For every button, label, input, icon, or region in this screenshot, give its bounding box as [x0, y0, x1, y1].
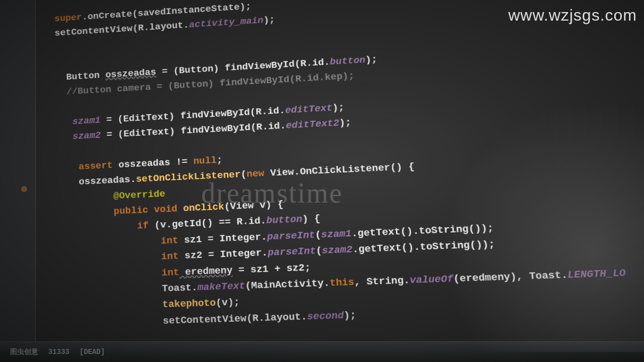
- code-token: = (EditText): [101, 111, 181, 126]
- code-token: (R.layout.: [246, 311, 307, 324]
- code-token: osszeadas: [105, 66, 156, 80]
- status-item: 图虫创意: [10, 346, 38, 357]
- code-token: );: [332, 102, 345, 114]
- code-token: osszeadas.: [79, 174, 136, 188]
- code-token: sz1 = Integer.: [178, 231, 267, 246]
- code-token: (v.getId() == R.id.: [148, 215, 267, 231]
- code-keyword: assert: [78, 159, 113, 172]
- code-token: activity_main: [189, 15, 264, 31]
- code-method: setOnClickListener: [136, 169, 241, 185]
- code-token: parseInt: [268, 245, 316, 259]
- code-method: takephoto: [163, 297, 216, 311]
- code-token: );: [344, 309, 357, 322]
- code-token: (eredmeny), Toast.: [453, 269, 568, 285]
- code-token: (View v) {: [224, 199, 284, 213]
- code-token: super: [54, 12, 82, 24]
- code-token: (R.id.: [294, 56, 330, 69]
- code-token: LENGTH_LO: [567, 267, 626, 281]
- code-token: szam1: [72, 115, 101, 127]
- code-token: button: [330, 54, 366, 67]
- code-token: .getText().toString());: [352, 238, 496, 255]
- code-token: (v);: [216, 297, 240, 309]
- code-token: Toast.: [162, 282, 198, 295]
- code-method: onClick: [177, 201, 224, 215]
- code-token: = (EditText): [101, 126, 181, 141]
- code-token: (R.layout.: [132, 20, 189, 34]
- code-token: (R.id.: [250, 120, 286, 133]
- code-token: );: [339, 117, 352, 129]
- code-token: osszeadas !=: [113, 156, 194, 171]
- code-keyword: null: [193, 155, 217, 167]
- code-token: sz2 = Integer.: [179, 247, 268, 262]
- code-token: button: [266, 214, 302, 227]
- watermark-url: www.wzjsgs.com: [508, 3, 637, 28]
- code-token: setContentView: [54, 23, 132, 39]
- code-token: setContentView: [163, 313, 247, 327]
- code-token: , String.: [354, 275, 410, 288]
- code-token: findViewById: [181, 122, 251, 137]
- code-token: szam1: [321, 228, 352, 241]
- code-token: szam2: [72, 130, 101, 142]
- code-keyword: public void: [114, 203, 178, 217]
- code-token: = sz1 + sz2;: [232, 261, 311, 276]
- code-token: Button: [66, 69, 105, 82]
- status-item: [DEAD]: [79, 346, 105, 357]
- status-bar: 图虫创意 31333 [DEAD]: [0, 341, 644, 362]
- code-keyword: int: [160, 235, 179, 247]
- code-keyword: if: [137, 220, 149, 232]
- code-token: valueOf: [410, 273, 454, 287]
- code-keyword: this: [330, 277, 355, 289]
- code-token: parseInt: [267, 229, 315, 243]
- code-token: szam2: [321, 244, 353, 257]
- code-keyword: new: [247, 168, 265, 180]
- code-token: findViewById: [224, 58, 295, 73]
- code-token: second: [307, 310, 344, 323]
- code-token: eredmeny: [179, 264, 233, 278]
- code-token: );: [263, 15, 275, 26]
- code-token: editText2: [285, 118, 339, 132]
- code-keyword: int: [161, 250, 179, 262]
- code-annotation: @Override: [113, 188, 166, 202]
- code-token: );: [365, 54, 378, 65]
- code-keyword: int: [162, 266, 180, 279]
- code-token: editText: [285, 102, 333, 116]
- code-token: (R.id.: [250, 105, 285, 118]
- code-token: ) {: [302, 213, 320, 225]
- code-token: findViewById: [180, 107, 250, 121]
- code-token: = (Button): [156, 62, 225, 77]
- code-token: ;: [216, 154, 222, 166]
- status-item: 31333: [48, 346, 69, 357]
- code-editor[interactable]: super.onCreate(savedInstanceState); setC…: [2, 0, 644, 362]
- code-token: (MainActivity.: [245, 277, 330, 292]
- code-token: makeText: [197, 280, 246, 293]
